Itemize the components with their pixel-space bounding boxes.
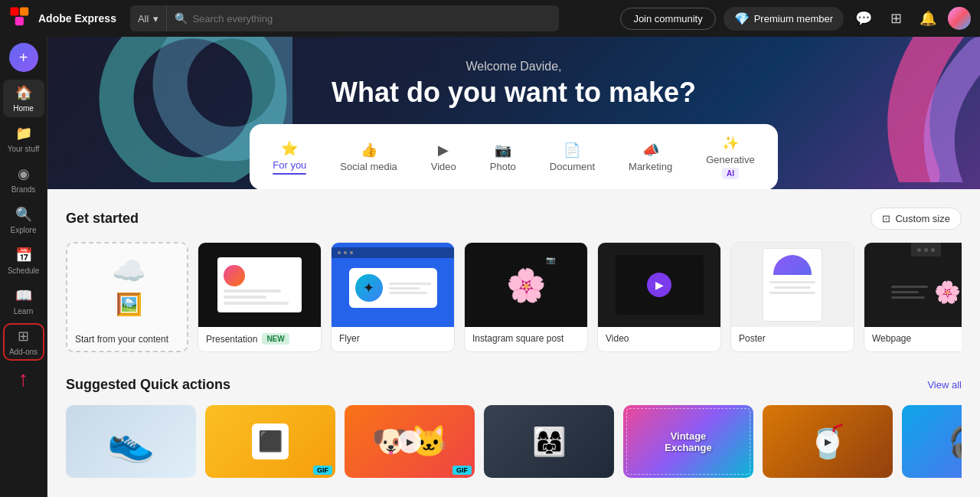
main-layout: + 🏠 Home 📁 Your stuff ◉ Brands 🔍 Explore… [0,37,980,497]
sidebar-item-label: Explore [11,226,37,234]
card-label: Webpage [872,333,911,344]
qa-card-qr[interactable]: ⬛ GIF [205,405,335,478]
image-icon: 🖼️ [116,292,142,317]
card-video[interactable]: ▶ Video [597,242,721,352]
sidebar-item-brands[interactable]: ◉ Brands [3,161,44,198]
thumbs-up-icon: 👍 [361,142,377,159]
tab-active-indicator [273,173,306,175]
svg-rect-3 [15,17,24,25]
card-label: Flyer [339,333,360,344]
search-container: All ▾ 🔍 [130,5,559,31]
webpage-preview: 🌸 [887,257,962,327]
card-label: Video [606,333,629,344]
webpage-topbar [911,243,941,257]
sidebar-item-label: Schedule [8,266,40,275]
add-ons-icon: ⊞ [18,328,29,345]
qa-card-girls[interactable]: 👩‍👩‍👧 [484,405,614,478]
tab-document[interactable]: 📄 Document [534,136,610,178]
search-input-wrap: 🔍 [167,12,559,25]
tab-label: Video [431,161,456,172]
tab-label: Social media [340,161,397,172]
tab-for-you[interactable]: ⭐ For you [257,134,322,181]
generative-icon: ✨ [722,135,739,152]
tab-generative[interactable]: ✨ Generative AI [691,129,770,185]
explore-icon: 🔍 [15,206,32,223]
qa-card-vintage[interactable]: VintageExchange [623,405,753,478]
marketing-icon: 📣 [642,142,659,159]
sidebar-item-learn[interactable]: 📖 Learn [3,283,44,320]
search-icon: 🔍 [175,12,188,25]
quick-actions-header: Suggested Quick actions View all [66,377,962,393]
resize-icon: ⊡ [882,213,890,224]
ai-badge: AI [722,168,739,179]
grid-icon[interactable]: ⊞ [884,6,908,31]
tab-label: For you [273,159,306,171]
brands-icon: ◉ [18,165,30,182]
card-webpage[interactable]: 🌸 Webpage [864,242,962,352]
sidebar-item-home[interactable]: 🏠 Home [3,80,44,117]
view-all-link[interactable]: View all [927,379,962,391]
sidebar-item-add-ons[interactable]: ⊞ Add-ons [3,323,44,361]
quick-actions-title: Suggested Quick actions [66,377,230,393]
tab-video[interactable]: ▶ Video [416,136,472,178]
search-input[interactable] [192,13,551,25]
search-filter-dropdown[interactable]: All ▾ [130,5,167,31]
content-area: Welcome Davide, What do you want to make… [47,37,980,497]
tab-label: Marketing [629,161,672,172]
card-presentation[interactable]: Presentation NEW [198,242,322,352]
adobe-logo[interactable] [9,6,31,31]
join-community-button[interactable]: Join community [620,8,715,30]
sidebar-item-schedule[interactable]: 📅 Schedule [3,242,44,280]
premium-member-button[interactable]: 💎 Premium member [724,7,844,31]
tab-photo[interactable]: 📷 Photo [475,136,531,178]
flyer-preview: ✦ [349,268,437,308]
video-preview: ▶ [616,255,704,315]
qa-card-gif[interactable]: 🐶🐱 ▶ GIF [345,405,475,478]
plus-icon: + [19,49,28,67]
get-started-header: Get started ⊡ Custom size [66,208,962,230]
sidebar-item-label: Your stuff [8,145,40,153]
body-content: Get started ⊡ Custom size ☁️ 🖼️ Start fr… [47,189,980,497]
card-label: Start from your content [75,334,168,345]
tab-social-media[interactable]: 👍 Social media [325,136,412,178]
new-badge: NEW [262,333,289,345]
card-instagram[interactable]: 📷 🌸 Instagram square post [464,242,588,352]
chat-icon[interactable]: 💬 [851,6,876,31]
arrow-up-indicator: ↑ [18,367,29,391]
sidebar-item-label: Add-ons [9,348,38,356]
play-button-2: ▶ [816,430,839,453]
card-poster[interactable]: Poster [730,242,854,352]
tab-marketing[interactable]: 📣 Marketing [613,136,688,178]
sidebar-item-label: Home [13,104,34,113]
qa-card-person[interactable]: 🎧 [902,405,962,478]
custom-size-button[interactable]: ⊡ Custom size [871,208,962,230]
create-button[interactable]: + [9,43,38,72]
hero-welcome: Welcome Davide, [63,60,965,74]
play-overlay-2: ▶ [763,405,893,478]
tab-label: Document [550,161,595,172]
presentation-preview [217,257,302,312]
learn-icon: 📖 [15,287,32,304]
quick-actions-section: Suggested Quick actions View all 👟 ⬛ GIF [66,377,962,478]
app-title: Adobe Express [38,12,116,25]
card-flyer[interactable]: ✦ Flyer [331,242,455,352]
girls-image: 👩‍👩‍👧 [484,405,614,478]
hero-text: Welcome Davide, What do you want to make… [63,60,965,109]
tab-label: Photo [490,161,516,172]
instagram-preview: 📷 🌸 [495,254,557,316]
tab-label: Generative [706,154,755,165]
bell-icon[interactable]: 🔔 [916,6,940,31]
gif-badge-2: GIF [452,466,472,475]
sidebar-item-your-stuff[interactable]: 📁 Your stuff [3,120,44,158]
topnav: Adobe Express All ▾ 🔍 Join community 💎 P… [0,0,980,37]
avatar[interactable] [948,7,971,30]
svg-rect-1 [10,7,18,15]
camera-icon: 📷 [495,142,511,159]
home-icon: 🏠 [15,84,32,101]
hero-section: Welcome Davide, What do you want to make… [47,37,980,189]
video-icon: ▶ [438,142,449,159]
qa-card-remove-bg[interactable]: 👟 [66,405,196,478]
qa-card-can[interactable]: 🥤 ▶ [763,405,893,478]
card-start-from-content[interactable]: ☁️ 🖼️ Start from your content [66,242,188,352]
sidebar-item-explore[interactable]: 🔍 Explore [3,201,44,239]
